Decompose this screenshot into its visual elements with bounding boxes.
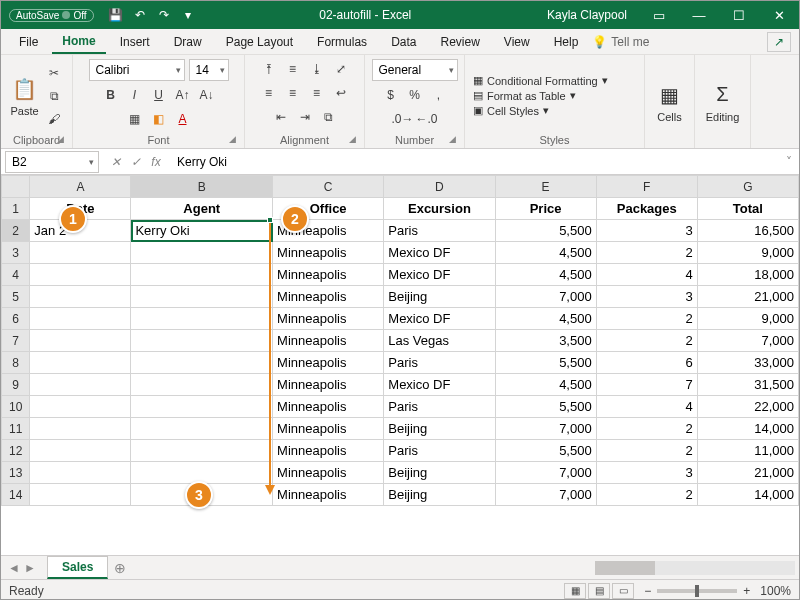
cell[interactable] [30,308,131,330]
decrease-font-icon[interactable]: A↓ [197,85,217,105]
cells-button[interactable]: ▦Cells [653,81,686,123]
cell[interactable]: Total [697,198,798,220]
cell[interactable] [131,418,273,440]
cell[interactable]: 33,000 [697,352,798,374]
cell[interactable]: 7,000 [495,462,596,484]
conditional-formatting-button[interactable]: ▦Conditional Formatting▾ [473,74,608,87]
font-name-combo[interactable]: Calibri▾ [89,59,185,81]
cell[interactable]: Minneapolis [273,374,384,396]
increase-decimal-icon[interactable]: .0→ [393,109,413,129]
cell[interactable]: Minneapolis [273,396,384,418]
cell[interactable]: 7 [596,374,697,396]
expand-formula-bar-icon[interactable]: ˅ [779,155,799,169]
cut-icon[interactable]: ✂ [44,63,64,83]
select-all-corner[interactable] [2,176,30,198]
align-right-icon[interactable]: ≡ [307,83,327,103]
minimize-button[interactable]: — [679,1,719,29]
cell[interactable] [131,286,273,308]
row-header[interactable]: 14 [2,484,30,506]
tab-help[interactable]: Help [544,31,589,53]
autosave-toggle[interactable]: AutoSave Off [9,9,94,22]
close-button[interactable]: ✕ [759,1,799,29]
cell[interactable]: Paris [384,352,495,374]
cell[interactable]: Beijing [384,286,495,308]
cell[interactable] [30,286,131,308]
column-header[interactable]: G [697,176,798,198]
cell[interactable]: Kerry Oki [131,220,273,242]
cell[interactable]: Minneapolis [273,330,384,352]
row-header[interactable]: 4 [2,264,30,286]
column-header[interactable]: E [495,176,596,198]
cell[interactable]: 5,500 [495,440,596,462]
cell[interactable]: 7,000 [495,286,596,308]
share-button[interactable]: ↗ [767,32,791,52]
cell[interactable]: 2 [596,440,697,462]
copy-icon[interactable]: ⧉ [44,86,64,106]
cell[interactable] [30,440,131,462]
cell[interactable]: 7,000 [697,330,798,352]
zoom-level[interactable]: 100% [760,584,791,598]
editing-button[interactable]: ΣEditing [703,81,742,123]
user-name[interactable]: Kayla Claypool [535,8,639,22]
row-header[interactable]: 1 [2,198,30,220]
orientation-icon[interactable]: ⤢ [331,59,351,79]
cell[interactable]: 5,500 [495,220,596,242]
sheet-nav-next-icon[interactable]: ► [23,561,37,575]
cell[interactable]: 3 [596,462,697,484]
tab-page-layout[interactable]: Page Layout [216,31,303,53]
cell[interactable] [131,374,273,396]
fill-handle[interactable] [267,217,273,223]
normal-view-icon[interactable]: ▦ [564,583,586,599]
increase-font-icon[interactable]: A↑ [173,85,193,105]
cell[interactable] [30,484,131,506]
align-left-icon[interactable]: ≡ [259,83,279,103]
tab-view[interactable]: View [494,31,540,53]
cell[interactable] [30,374,131,396]
row-header[interactable]: 11 [2,418,30,440]
bold-button[interactable]: B [101,85,121,105]
enter-formula-icon[interactable]: ✓ [127,155,145,169]
cell[interactable]: Price [495,198,596,220]
comma-icon[interactable]: , [429,85,449,105]
cancel-formula-icon[interactable]: ✕ [107,155,125,169]
currency-icon[interactable]: $ [381,85,401,105]
cell[interactable]: 14,000 [697,418,798,440]
maximize-button[interactable]: ☐ [719,1,759,29]
cell[interactable]: Beijing [384,418,495,440]
cell[interactable] [30,330,131,352]
ribbon-options-icon[interactable]: ▭ [639,1,679,29]
borders-icon[interactable]: ▦ [125,109,145,129]
cell[interactable]: Minneapolis [273,286,384,308]
align-top-icon[interactable]: ⭱ [259,59,279,79]
number-format-combo[interactable]: General▾ [372,59,458,81]
worksheet[interactable]: ABCDEFG1DateAgentOfficeExcursionPricePac… [1,175,799,555]
cell[interactable] [30,418,131,440]
cell[interactable]: Las Vegas [384,330,495,352]
cell[interactable]: Excursion [384,198,495,220]
cell[interactable]: Minneapolis [273,352,384,374]
row-header[interactable]: 13 [2,462,30,484]
new-sheet-button[interactable]: ⊕ [108,560,132,576]
zoom-out-icon[interactable]: − [644,584,651,598]
decrease-indent-icon[interactable]: ⇤ [271,107,291,127]
cell[interactable]: 2 [596,308,697,330]
cell[interactable]: Agent [131,198,273,220]
row-header[interactable]: 2 [2,220,30,242]
align-center-icon[interactable]: ≡ [283,83,303,103]
save-icon[interactable]: 💾 [108,7,124,23]
font-color-icon[interactable]: A [173,109,193,129]
cell[interactable]: Mexico DF [384,308,495,330]
cell[interactable]: 14,000 [697,484,798,506]
cell[interactable]: 2 [596,242,697,264]
zoom-in-icon[interactable]: + [743,584,750,598]
row-header[interactable]: 7 [2,330,30,352]
cell[interactable]: 4,500 [495,308,596,330]
cell[interactable]: Minneapolis [273,418,384,440]
cell[interactable] [131,242,273,264]
row-header[interactable]: 12 [2,440,30,462]
sheet-nav-prev-icon[interactable]: ◄ [7,561,21,575]
cell[interactable]: Minneapolis [273,462,384,484]
cell[interactable]: 4,500 [495,264,596,286]
cell[interactable]: Mexico DF [384,264,495,286]
cell[interactable]: 7,000 [495,418,596,440]
